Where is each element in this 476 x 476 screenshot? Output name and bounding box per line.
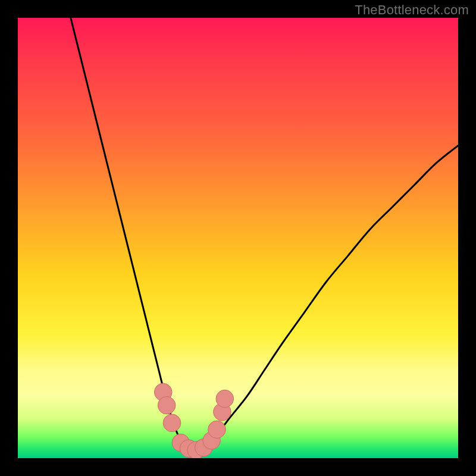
valley-marker [163, 414, 181, 432]
valley-marker [216, 390, 234, 408]
curve-layer [18, 18, 458, 458]
plot-area [18, 18, 458, 458]
watermark-text: TheBottleneck.com [355, 2, 469, 18]
valley-marker [158, 396, 176, 414]
bottleneck-curve [71, 18, 458, 452]
chart-frame: TheBottleneck.com [0, 0, 476, 476]
valley-marker [208, 421, 226, 439]
